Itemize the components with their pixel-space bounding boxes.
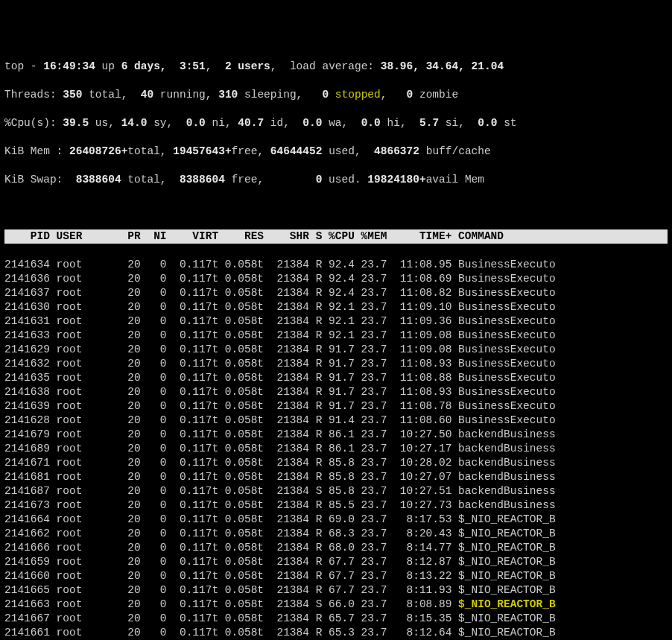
process-command: BusinessExecuto xyxy=(458,287,556,299)
process-row[interactable]: 2141629 root 20 0 0.117t 0.058t 21384 R … xyxy=(4,343,668,357)
process-command: BusinessExecuto xyxy=(458,372,556,384)
process-row[interactable]: 2141681 root 20 0 0.117t 0.058t 21384 R … xyxy=(4,470,668,484)
process-command: backendBusiness xyxy=(458,428,556,440)
blank-line xyxy=(4,201,668,215)
process-command: $_NIO_REACTOR_B xyxy=(458,584,556,596)
process-row[interactable]: 2141663 root 20 0 0.117t 0.058t 21384 S … xyxy=(4,598,668,612)
process-command: BusinessExecuto xyxy=(458,273,556,285)
process-row[interactable]: 2141671 root 20 0 0.117t 0.058t 21384 R … xyxy=(4,456,668,470)
process-row[interactable]: 2141661 root 20 0 0.117t 0.058t 21384 R … xyxy=(4,626,668,640)
process-row[interactable]: 2141665 root 20 0 0.117t 0.058t 21384 R … xyxy=(4,583,668,598)
process-row[interactable]: 2141667 root 20 0 0.117t 0.058t 21384 R … xyxy=(4,612,668,626)
process-row[interactable]: 2141639 root 20 0 0.117t 0.058t 21384 R … xyxy=(4,399,668,414)
process-command: BusinessExecuto xyxy=(458,343,556,355)
column-header-row[interactable]: PID USER PR NI VIRT RES SHR S %CPU %MEM … xyxy=(4,229,668,244)
process-command: $_NIO_REACTOR_B xyxy=(458,627,556,639)
process-row[interactable]: 2141631 root 20 0 0.117t 0.058t 21384 R … xyxy=(4,314,668,329)
process-command: BusinessExecuto xyxy=(458,315,556,327)
process-row[interactable]: 2141634 root 20 0 0.117t 0.058t 21384 R … xyxy=(4,258,668,272)
process-row[interactable]: 2141630 root 20 0 0.117t 0.058t 21384 R … xyxy=(4,300,668,314)
process-command: BusinessExecuto xyxy=(458,400,556,412)
process-row[interactable]: 2141662 root 20 0 0.117t 0.058t 21384 R … xyxy=(4,527,668,541)
process-command: BusinessExecuto xyxy=(458,329,556,341)
process-command: backendBusiness xyxy=(458,471,556,483)
process-row[interactable]: 2141679 root 20 0 0.117t 0.058t 21384 R … xyxy=(4,428,668,442)
top-threads-line: Threads: 350 total, 40 running, 310 slee… xyxy=(4,88,668,102)
process-command: $_NIO_REACTOR_B xyxy=(458,598,556,610)
process-command: backendBusiness xyxy=(458,443,556,454)
process-command: backendBusiness xyxy=(458,499,556,511)
process-row[interactable]: 2141689 root 20 0 0.117t 0.058t 21384 R … xyxy=(4,442,668,456)
process-command: backendBusiness xyxy=(458,457,556,469)
process-row[interactable]: 2141637 root 20 0 0.117t 0.058t 21384 R … xyxy=(4,286,668,300)
top-mem-line: KiB Mem : 26408726+total, 19457643+free,… xyxy=(4,145,668,159)
process-row[interactable]: 2141660 root 20 0 0.117t 0.058t 21384 R … xyxy=(4,569,668,583)
process-command: $_NIO_REACTOR_B xyxy=(458,513,556,525)
process-command: backendBusiness xyxy=(458,485,556,497)
process-command: $_NIO_REACTOR_B xyxy=(458,527,556,539)
top-cpu-line: %Cpu(s): 39.5 us, 14.0 sy, 0.0 ni, 40.7 … xyxy=(4,116,668,130)
process-row[interactable]: 2141638 root 20 0 0.117t 0.058t 21384 R … xyxy=(4,385,668,399)
process-row[interactable]: 2141635 root 20 0 0.117t 0.058t 21384 R … xyxy=(4,371,668,385)
process-row[interactable]: 2141687 root 20 0 0.117t 0.058t 21384 S … xyxy=(4,484,668,498)
process-row[interactable]: 2141628 root 20 0 0.117t 0.058t 21384 R … xyxy=(4,414,668,428)
process-row[interactable]: 2141666 root 20 0 0.117t 0.058t 21384 R … xyxy=(4,541,668,555)
process-command: $_NIO_REACTOR_B xyxy=(458,542,556,554)
process-command: $_NIO_REACTOR_B xyxy=(458,570,556,582)
process-row[interactable]: 2141664 root 20 0 0.117t 0.058t 21384 R … xyxy=(4,513,668,527)
process-list[interactable]: 2141634 root 20 0 0.117t 0.058t 21384 R … xyxy=(4,258,668,640)
process-row[interactable]: 2141632 root 20 0 0.117t 0.058t 21384 R … xyxy=(4,357,668,371)
process-row[interactable]: 2141673 root 20 0 0.117t 0.058t 21384 R … xyxy=(4,498,668,513)
process-command: BusinessExecuto xyxy=(458,358,556,370)
process-row[interactable]: 2141659 root 20 0 0.117t 0.058t 21384 R … xyxy=(4,555,668,569)
process-row[interactable]: 2141633 root 20 0 0.117t 0.058t 21384 R … xyxy=(4,329,668,343)
process-row[interactable]: 2141636 root 20 0 0.117t 0.058t 21384 R … xyxy=(4,272,668,286)
stopped-label: stopped xyxy=(335,89,381,101)
process-command: BusinessExecuto xyxy=(458,259,556,270)
top-uptime-line: top - 16:49:34 up 6 days, 3:51, 2 users,… xyxy=(4,60,668,74)
top-swap-line: KiB Swap: 8388604 total, 8388604 free, 0… xyxy=(4,173,668,187)
process-command: BusinessExecuto xyxy=(458,301,556,313)
process-command: $_NIO_REACTOR_B xyxy=(458,612,556,624)
process-command: BusinessExecuto xyxy=(458,414,556,426)
process-command: $_NIO_REACTOR_B xyxy=(458,556,556,568)
process-command: BusinessExecuto xyxy=(458,386,556,398)
